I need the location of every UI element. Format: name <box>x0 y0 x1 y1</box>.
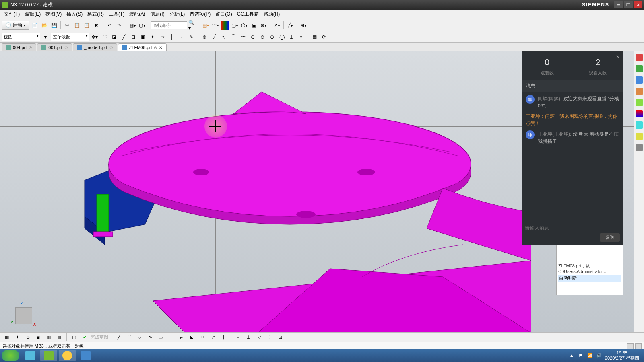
body-icon[interactable]: ▣ <box>138 33 147 41</box>
command-search-input[interactable] <box>151 21 187 29</box>
cube-icon[interactable]: ▣ <box>250 21 258 30</box>
menu-view[interactable]: 视图(V) <box>43 10 64 19</box>
arrow-icon[interactable]: ↗▾ <box>272 21 281 30</box>
pan-icon[interactable]: ✥▾ <box>90 33 99 41</box>
rail-icon-1[interactable] <box>636 54 643 61</box>
cut-icon[interactable]: ✂ <box>63 21 72 30</box>
close-button[interactable]: ✕ <box>634 1 642 8</box>
snap-center-icon[interactable]: ⊕ <box>268 33 277 41</box>
pin-icon[interactable]: ⊙ <box>154 45 157 50</box>
tray-flag-icon[interactable]: ⚑ <box>578 353 584 358</box>
chamfer-tool-icon[interactable]: ◣ <box>188 333 196 342</box>
assembly-dropdown[interactable]: 整个装配 <box>51 33 89 41</box>
snap-point-icon[interactable]: ⊙ <box>248 33 257 41</box>
menu-assembly[interactable]: 装配(A) <box>127 10 148 19</box>
tray-sound-icon[interactable]: 🔊 <box>596 353 602 358</box>
viewport-3d[interactable]: +0.1000 +0.0667 +0.0333 0.0 -0.0333 -0.0… <box>0 51 634 333</box>
sketch-check-icon[interactable]: ✔ <box>80 333 89 342</box>
snap-spline-icon[interactable]: 〜 <box>239 33 248 41</box>
menu-window[interactable]: 窗口(O) <box>213 10 234 19</box>
menu-insert[interactable]: 插入(S) <box>64 10 85 19</box>
point-tool-icon[interactable]: · <box>167 333 175 342</box>
circle-tool-icon[interactable]: ○ <box>135 333 144 342</box>
measure-icon[interactable]: ▦ <box>310 33 319 41</box>
vertex-icon[interactable]: ⊡ <box>129 33 138 41</box>
close-tab-icon[interactable]: ✕ <box>159 45 162 50</box>
mirror-icon[interactable]: ▽ <box>255 333 264 342</box>
status-icon-2[interactable] <box>635 343 642 349</box>
plane-icon[interactable]: ▱ <box>158 33 167 41</box>
dim-tool-icon[interactable]: ↔ <box>234 333 243 342</box>
redo-icon[interactable]: ↷ <box>115 21 124 30</box>
arc-tool-icon[interactable]: ⌒ <box>125 333 134 342</box>
line-tool-icon[interactable]: ╱ <box>114 333 123 342</box>
info-selection[interactable]: 自动判断 <box>558 275 621 282</box>
maximize-button[interactable]: ❐ <box>624 1 633 8</box>
box-icon[interactable]: ▢▾ <box>138 21 147 30</box>
snap-quad-icon[interactable]: ✦ <box>297 33 305 41</box>
line-icon[interactable]: ╱▾ <box>286 21 295 30</box>
snap-mid-icon[interactable]: ⊘ <box>258 33 267 41</box>
tray-network-icon[interactable]: 📶 <box>587 353 593 358</box>
dim-icon[interactable]: ⊞▾ <box>299 21 308 30</box>
menu-edit[interactable]: 编辑(E) <box>22 10 43 19</box>
tab-004[interactable]: 004.prt⊙ <box>2 43 36 51</box>
curve-icon[interactable]: 〰▾ <box>211 21 220 30</box>
minimize-button[interactable]: ━ <box>614 1 623 8</box>
constraint-icon[interactable]: ⊥ <box>244 333 253 342</box>
snap-tangent-icon[interactable]: ◯ <box>277 33 286 41</box>
color-icon[interactable]: ■▾ <box>221 21 229 30</box>
pin-icon[interactable]: ⊙ <box>64 45 68 50</box>
menu-tools[interactable]: 工具(T) <box>106 10 127 19</box>
tab-model1[interactable]: _model1.prt⊙ <box>73 43 117 51</box>
rail-icon-5[interactable] <box>636 99 643 106</box>
axis-icon[interactable]: │ <box>167 33 176 41</box>
sketch-icon-3[interactable]: ⊕ <box>23 333 32 342</box>
sphere-icon[interactable]: ⊕▾ <box>259 21 268 30</box>
undo-icon[interactable]: ↶ <box>105 21 114 30</box>
tab-zlfm08[interactable]: ZLFM08.prt⊙✕ <box>118 43 167 51</box>
extend-tool-icon[interactable]: ↗ <box>208 333 217 342</box>
grid-icon[interactable]: ▦▾ <box>201 21 210 30</box>
start-button[interactable] <box>2 350 19 361</box>
sketch-icon-4[interactable]: ▣ <box>34 333 43 342</box>
rail-icon-6[interactable] <box>636 110 643 117</box>
taskbar-app-nx[interactable] <box>40 350 57 361</box>
rail-icon-9[interactable] <box>636 144 643 151</box>
menu-file[interactable]: 文件(F) <box>2 10 22 19</box>
trim-tool-icon[interactable]: ✂ <box>198 333 207 342</box>
sketch-icon-6[interactable]: ▤ <box>55 333 64 342</box>
send-button[interactable]: 发送 <box>600 233 620 242</box>
taskbar-app-4[interactable] <box>77 350 94 361</box>
face-icon[interactable]: ◪ <box>109 33 118 41</box>
snap-perp-icon[interactable]: ⊥ <box>287 33 296 41</box>
pin-icon[interactable]: ⊙ <box>29 45 32 50</box>
refresh-icon[interactable]: ⟳ <box>320 33 328 41</box>
sketch-icon-1[interactable]: ▦ <box>2 333 11 342</box>
spline-tool-icon[interactable]: ∿ <box>146 333 155 342</box>
sketch-icon[interactable]: ✎ <box>187 33 196 41</box>
project-icon[interactable]: ⊡ <box>276 333 285 342</box>
search-icon[interactable]: 🔍▾ <box>188 21 197 30</box>
more-filter-icon[interactable]: ⊕ <box>200 33 209 41</box>
sketch-profile-icon[interactable]: ▢ <box>70 333 78 342</box>
menu-help[interactable]: 帮助(H) <box>261 10 283 19</box>
edge-icon[interactable]: ╱ <box>119 33 128 41</box>
filter-icon[interactable]: ▼ <box>41 33 50 41</box>
point-icon[interactable]: · <box>177 33 186 41</box>
rail-icon-3[interactable] <box>636 76 643 84</box>
menu-analysis[interactable]: 分析(L) <box>167 10 188 19</box>
taskbar-app-3[interactable] <box>59 350 76 361</box>
feature-icon[interactable]: ⬡▾ <box>240 21 249 30</box>
menu-gc-toolbox[interactable]: GC工具箱 <box>235 10 261 19</box>
view-dropdown[interactable]: 视图 <box>2 33 40 41</box>
csys-icon[interactable]: ✦ <box>148 33 157 41</box>
menu-preferences[interactable]: 首选项(P) <box>187 10 213 19</box>
status-icon-1[interactable] <box>627 343 634 349</box>
rail-icon-4[interactable] <box>636 88 643 95</box>
start-button[interactable]: 🕑 启动 <box>2 21 29 30</box>
chat-input[interactable] <box>525 225 620 231</box>
tray-icon[interactable]: ▲ <box>570 353 575 358</box>
snap-line-icon[interactable]: ╱ <box>210 33 219 41</box>
new-file-icon[interactable]: 📄 <box>30 21 39 30</box>
